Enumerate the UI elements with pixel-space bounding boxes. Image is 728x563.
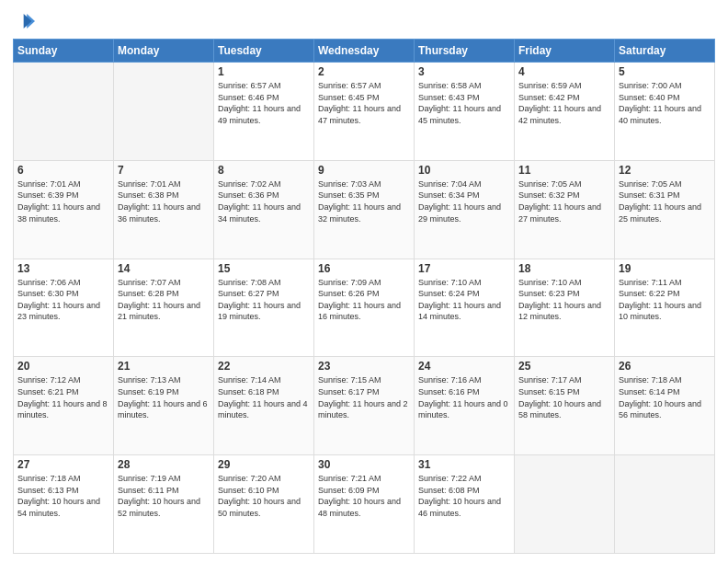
day-number: 23 [318, 360, 410, 373]
calendar-cell: 19Sunrise: 7:11 AM Sunset: 6:22 PM Dayli… [615, 259, 715, 357]
calendar-cell: 1Sunrise: 6:57 AM Sunset: 6:46 PM Daylig… [214, 63, 314, 161]
day-number: 24 [418, 360, 510, 373]
day-info: Sunrise: 6:57 AM Sunset: 6:46 PM Dayligh… [218, 80, 310, 126]
day-number: 19 [619, 262, 711, 275]
day-number: 16 [318, 262, 410, 275]
day-number: 5 [619, 65, 711, 78]
day-info: Sunrise: 7:03 AM Sunset: 6:35 PM Dayligh… [318, 178, 410, 224]
day-info: Sunrise: 7:00 AM Sunset: 6:40 PM Dayligh… [619, 80, 711, 126]
calendar-cell: 2Sunrise: 6:57 AM Sunset: 6:45 PM Daylig… [314, 63, 415, 161]
calendar-cell: 18Sunrise: 7:10 AM Sunset: 6:23 PM Dayli… [515, 259, 615, 357]
calendar-cell: 24Sunrise: 7:16 AM Sunset: 6:16 PM Dayli… [415, 357, 515, 455]
calendar-cell: 26Sunrise: 7:18 AM Sunset: 6:14 PM Dayli… [615, 357, 715, 455]
day-info: Sunrise: 7:18 AM Sunset: 6:13 PM Dayligh… [17, 473, 109, 519]
calendar-cell: 23Sunrise: 7:15 AM Sunset: 6:17 PM Dayli… [314, 357, 415, 455]
day-info: Sunrise: 7:10 AM Sunset: 6:23 PM Dayligh… [518, 277, 610, 323]
calendar-cell: 8Sunrise: 7:02 AM Sunset: 6:36 PM Daylig… [214, 160, 314, 259]
day-info: Sunrise: 7:11 AM Sunset: 6:22 PM Dayligh… [619, 277, 711, 323]
calendar-cell [615, 455, 715, 554]
day-info: Sunrise: 7:08 AM Sunset: 6:27 PM Dayligh… [218, 277, 310, 323]
day-info: Sunrise: 7:09 AM Sunset: 6:26 PM Dayligh… [318, 277, 410, 323]
calendar-cell: 9Sunrise: 7:03 AM Sunset: 6:35 PM Daylig… [314, 160, 415, 259]
day-number: 28 [118, 458, 210, 471]
weekday-header: Saturday [615, 40, 715, 63]
day-number: 3 [418, 65, 510, 78]
calendar-cell: 31Sunrise: 7:22 AM Sunset: 6:08 PM Dayli… [415, 455, 515, 554]
day-number: 10 [418, 164, 510, 177]
day-info: Sunrise: 7:02 AM Sunset: 6:36 PM Dayligh… [218, 178, 310, 224]
calendar-cell: 15Sunrise: 7:08 AM Sunset: 6:27 PM Dayli… [214, 259, 314, 357]
day-number: 15 [218, 262, 310, 275]
calendar-cell: 28Sunrise: 7:19 AM Sunset: 6:11 PM Dayli… [114, 455, 214, 554]
day-number: 7 [118, 164, 210, 177]
calendar-cell: 5Sunrise: 7:00 AM Sunset: 6:40 PM Daylig… [615, 63, 715, 161]
calendar-cell: 7Sunrise: 7:01 AM Sunset: 6:38 PM Daylig… [114, 160, 214, 259]
day-info: Sunrise: 7:10 AM Sunset: 6:24 PM Dayligh… [418, 277, 510, 323]
calendar-cell: 6Sunrise: 7:01 AM Sunset: 6:39 PM Daylig… [14, 160, 114, 259]
calendar-cell: 17Sunrise: 7:10 AM Sunset: 6:24 PM Dayli… [415, 259, 515, 357]
weekday-header: Sunday [14, 40, 114, 63]
calendar-cell: 27Sunrise: 7:18 AM Sunset: 6:13 PM Dayli… [14, 455, 114, 554]
day-number: 17 [418, 262, 510, 275]
weekday-header: Wednesday [314, 40, 415, 63]
day-info: Sunrise: 7:17 AM Sunset: 6:15 PM Dayligh… [518, 374, 610, 420]
calendar-cell: 16Sunrise: 7:09 AM Sunset: 6:26 PM Dayli… [314, 259, 415, 357]
day-number: 20 [17, 360, 109, 373]
day-number: 14 [118, 262, 210, 275]
calendar-cell: 29Sunrise: 7:20 AM Sunset: 6:10 PM Dayli… [214, 455, 314, 554]
calendar-cell: 14Sunrise: 7:07 AM Sunset: 6:28 PM Dayli… [114, 259, 214, 357]
day-number: 30 [318, 458, 410, 471]
day-info: Sunrise: 7:19 AM Sunset: 6:11 PM Dayligh… [118, 473, 210, 519]
page: SundayMondayTuesdayWednesdayThursdayFrid… [0, 0, 728, 563]
calendar-cell: 22Sunrise: 7:14 AM Sunset: 6:18 PM Dayli… [214, 357, 314, 455]
day-number: 21 [118, 360, 210, 373]
calendar-cell: 11Sunrise: 7:05 AM Sunset: 6:32 PM Dayli… [515, 160, 615, 259]
day-info: Sunrise: 7:05 AM Sunset: 6:32 PM Dayligh… [518, 178, 610, 224]
day-number: 12 [619, 164, 711, 177]
day-info: Sunrise: 7:16 AM Sunset: 6:16 PM Dayligh… [418, 374, 510, 420]
day-info: Sunrise: 7:06 AM Sunset: 6:30 PM Dayligh… [17, 277, 109, 323]
day-number: 6 [17, 164, 109, 177]
calendar-cell: 30Sunrise: 7:21 AM Sunset: 6:09 PM Dayli… [314, 455, 415, 554]
day-number: 31 [418, 458, 510, 471]
day-info: Sunrise: 7:01 AM Sunset: 6:38 PM Dayligh… [118, 178, 210, 224]
day-number: 13 [17, 262, 109, 275]
calendar-cell: 12Sunrise: 7:05 AM Sunset: 6:31 PM Dayli… [615, 160, 715, 259]
day-info: Sunrise: 7:20 AM Sunset: 6:10 PM Dayligh… [218, 473, 310, 519]
calendar-cell: 10Sunrise: 7:04 AM Sunset: 6:34 PM Dayli… [415, 160, 515, 259]
day-number: 11 [518, 164, 610, 177]
calendar: SundayMondayTuesdayWednesdayThursdayFrid… [13, 39, 715, 554]
day-info: Sunrise: 7:22 AM Sunset: 6:08 PM Dayligh… [418, 473, 510, 519]
day-info: Sunrise: 7:04 AM Sunset: 6:34 PM Dayligh… [418, 178, 510, 224]
weekday-header: Friday [515, 40, 615, 63]
calendar-cell [515, 455, 615, 554]
day-info: Sunrise: 7:01 AM Sunset: 6:39 PM Dayligh… [17, 178, 109, 224]
calendar-cell: 25Sunrise: 7:17 AM Sunset: 6:15 PM Dayli… [515, 357, 615, 455]
day-info: Sunrise: 7:05 AM Sunset: 6:31 PM Dayligh… [619, 178, 711, 224]
day-info: Sunrise: 7:07 AM Sunset: 6:28 PM Dayligh… [118, 277, 210, 323]
day-info: Sunrise: 7:13 AM Sunset: 6:19 PM Dayligh… [118, 374, 210, 420]
day-info: Sunrise: 7:12 AM Sunset: 6:21 PM Dayligh… [17, 374, 109, 420]
day-number: 4 [518, 65, 610, 78]
calendar-cell: 20Sunrise: 7:12 AM Sunset: 6:21 PM Dayli… [14, 357, 114, 455]
day-number: 1 [218, 65, 310, 78]
day-number: 18 [518, 262, 610, 275]
calendar-cell: 4Sunrise: 6:59 AM Sunset: 6:42 PM Daylig… [515, 63, 615, 161]
day-number: 2 [318, 65, 410, 78]
weekday-header: Thursday [415, 40, 515, 63]
day-number: 27 [17, 458, 109, 471]
day-number: 9 [318, 164, 410, 177]
day-number: 25 [518, 360, 610, 373]
day-info: Sunrise: 7:18 AM Sunset: 6:14 PM Dayligh… [619, 374, 711, 420]
logo-icon [15, 13, 35, 29]
day-info: Sunrise: 7:15 AM Sunset: 6:17 PM Dayligh… [318, 374, 410, 420]
weekday-header: Tuesday [214, 40, 314, 63]
logo [13, 13, 39, 33]
calendar-cell: 21Sunrise: 7:13 AM Sunset: 6:19 PM Dayli… [114, 357, 214, 455]
day-info: Sunrise: 6:57 AM Sunset: 6:45 PM Dayligh… [318, 80, 410, 126]
day-info: Sunrise: 6:59 AM Sunset: 6:42 PM Dayligh… [518, 80, 610, 126]
day-number: 22 [218, 360, 310, 373]
weekday-header: Monday [114, 40, 214, 63]
calendar-cell [114, 63, 214, 161]
calendar-cell: 13Sunrise: 7:06 AM Sunset: 6:30 PM Dayli… [14, 259, 114, 357]
